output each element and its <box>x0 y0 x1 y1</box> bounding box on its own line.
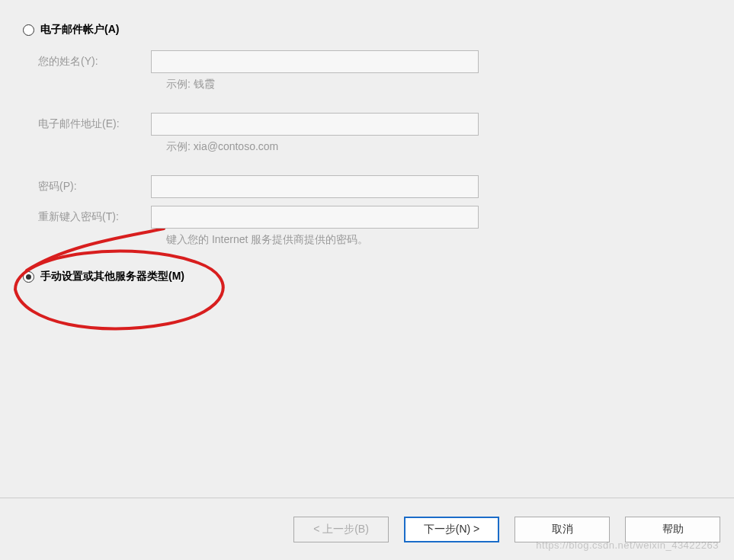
email-account-fields: 您的姓名(Y): 示例: 钱霞 电子邮件地址(E): 示例: xia@conto… <box>23 50 734 247</box>
radio-email-account[interactable]: 电子邮件帐户(A) <box>23 23 734 37</box>
back-button[interactable]: < 上一步(B) <box>293 517 389 542</box>
radio-email-account-label: 电子邮件帐户(A) <box>40 23 119 37</box>
radio-icon-unselected <box>23 24 34 36</box>
name-hint: 示例: 钱霞 <box>151 78 734 91</box>
help-button[interactable]: 帮助 <box>625 517 720 542</box>
password-retype-input[interactable] <box>151 206 479 229</box>
radio-manual-setup-label: 手动设置或其他服务器类型(M) <box>40 270 184 283</box>
password-input[interactable] <box>151 175 479 198</box>
password-retype-label: 重新键入密码(T): <box>38 210 151 224</box>
radio-manual-setup[interactable]: 手动设置或其他服务器类型(M) <box>23 270 734 283</box>
email-hint: 示例: xia@contoso.com <box>151 140 734 154</box>
email-input[interactable] <box>151 113 479 136</box>
email-label: 电子邮件地址(E): <box>38 117 151 131</box>
next-button[interactable]: 下一步(N) > <box>404 517 499 542</box>
password-row: 密码(P): <box>38 175 734 198</box>
password-label: 密码(P): <box>38 180 151 194</box>
wizard-button-bar: < 上一步(B) 下一步(N) > 取消 帮助 <box>0 498 734 560</box>
password-retype-hint: 键入您的 Internet 服务提供商提供的密码。 <box>151 233 734 247</box>
password-retype-row: 重新键入密码(T): <box>38 206 734 229</box>
name-input[interactable] <box>151 50 479 73</box>
cancel-button[interactable]: 取消 <box>514 517 610 542</box>
name-label: 您的姓名(Y): <box>38 55 151 69</box>
email-row: 电子邮件地址(E): <box>38 113 734 136</box>
radio-icon-selected <box>23 271 34 283</box>
name-row: 您的姓名(Y): <box>38 50 734 73</box>
